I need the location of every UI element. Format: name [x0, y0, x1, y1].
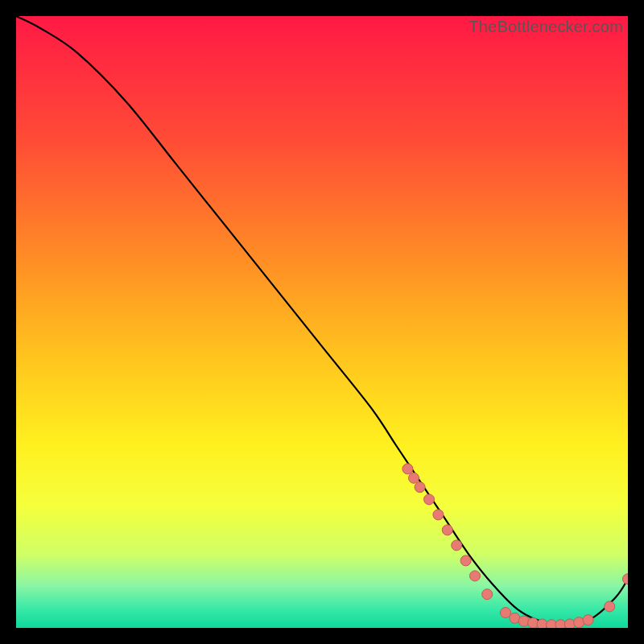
- data-marker: [433, 510, 444, 520]
- data-marker: [501, 608, 511, 618]
- data-marker: [470, 571, 481, 581]
- watermark-text: TheBottlenecker.com: [469, 18, 623, 36]
- data-marker: [482, 589, 493, 600]
- data-marker: [442, 525, 452, 535]
- bottleneck-chart: [16, 16, 628, 628]
- data-marker: [537, 619, 547, 628]
- data-marker: [452, 540, 462, 551]
- data-marker: [460, 555, 471, 566]
- data-marker: [415, 482, 425, 493]
- data-marker: [605, 601, 615, 612]
- data-marker: [424, 494, 435, 505]
- data-marker: [583, 615, 593, 625]
- data-marker: [518, 616, 529, 626]
- chart-frame: TheBottlenecker.com: [16, 16, 628, 628]
- data-marker: [528, 617, 539, 628]
- gradient-background: [16, 16, 628, 628]
- data-marker: [402, 464, 413, 474]
- data-marker: [574, 617, 584, 628]
- data-marker: [409, 473, 419, 483]
